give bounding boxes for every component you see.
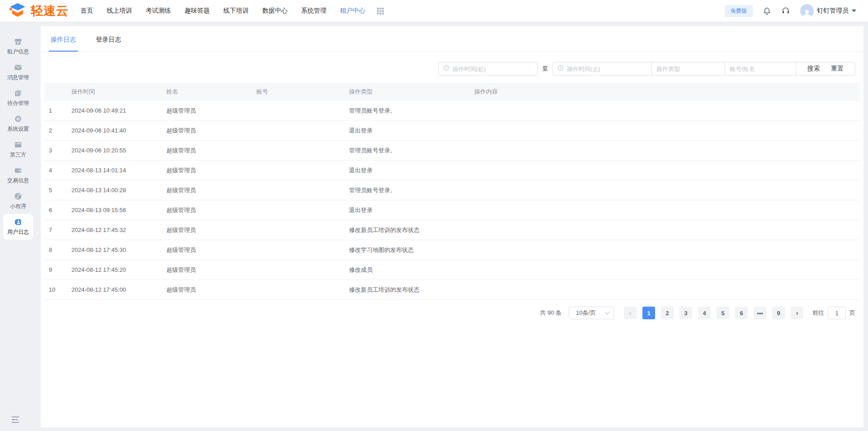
search-button[interactable]: 搜索 [807, 65, 820, 73]
gear-icon [14, 115, 22, 123]
user-menu[interactable]: 钉钉管理员 [800, 4, 856, 18]
nav-item-tenant-center[interactable]: 租户中心 [340, 7, 365, 15]
page-button-5[interactable]: 5 [717, 307, 729, 319]
row-index: 7 [44, 227, 67, 233]
date-range-separator: 至 [542, 65, 548, 73]
prev-page-button[interactable]: ‹ [624, 307, 637, 319]
sidebar-item-label: 小程序 [10, 203, 26, 210]
support-headset-icon[interactable] [781, 6, 790, 15]
row-time: 2024-08-13 14:01:14 [67, 167, 162, 174]
nav-item-data-center[interactable]: 数据中心 [262, 7, 288, 15]
sidebar-item-system-settings[interactable]: 系统设置 [3, 111, 33, 137]
sidebar-item-label: 系统设置 [7, 125, 29, 133]
row-index: 8 [44, 246, 67, 253]
operation-type-field[interactable] [656, 66, 720, 72]
nav-item-fun-quiz[interactable]: 趣味答题 [184, 7, 210, 15]
row-type: 退出登录 [344, 166, 470, 175]
row-index: 9 [44, 266, 67, 273]
row-index: 5 [44, 187, 67, 194]
goto-page-input[interactable] [828, 307, 846, 319]
apps-grid-icon[interactable] [377, 8, 384, 14]
sidebar-item-label: 用户日志 [7, 228, 29, 236]
table-row: 6 2024-08-13 09:15:56 超级管理员 退出登录 [44, 200, 860, 220]
user-log-icon [14, 218, 22, 226]
tab-login-log[interactable]: 登录日志 [96, 36, 121, 52]
next-arrow-icon: › [796, 309, 798, 317]
sidebar-item-transaction-info[interactable]: 交易信息 [3, 162, 33, 188]
account-name-input[interactable] [725, 62, 796, 76]
logo-text: 轻速云 [31, 3, 69, 19]
tab-operation-log[interactable]: 操作日志 [51, 36, 76, 52]
prev-arrow-icon: ‹ [629, 309, 632, 317]
row-type: 管理员账号登录。 [344, 107, 470, 115]
page-button-9[interactable]: 9 [772, 307, 785, 319]
end-time-input[interactable] [552, 62, 652, 76]
sidebar-item-user-log[interactable]: 用户日志 [3, 214, 33, 240]
mail-icon [14, 63, 22, 71]
row-index: 6 [44, 207, 67, 213]
chevron-down-icon [605, 312, 610, 315]
table-row: 10 2024-08-12 17:45:00 超级管理员 修改新员工培训的发布状… [44, 280, 860, 300]
nav-item-online-training[interactable]: 线上培训 [107, 7, 132, 15]
page-button-4[interactable]: 4 [698, 307, 711, 319]
user-name: 钉钉管理员 [817, 7, 849, 15]
top-header: 轻速云 首页 线上培训 考试测练 趣味答题 线下培训 数据中心 系统管理 租户中… [0, 0, 868, 22]
header-right: 免费版 钉钉管理员 [725, 4, 856, 18]
sidebar-item-label: 第三方 [10, 151, 26, 159]
row-index: 2 [44, 127, 67, 134]
row-type: 管理员账号登录。 [344, 186, 470, 194]
table-row: 7 2024-08-12 17:45:32 超级管理员 修改新员工培训的发布状态 [44, 220, 860, 240]
nav-item-exam-practice[interactable]: 考试测练 [146, 7, 171, 15]
nav-item-home[interactable]: 首页 [80, 7, 93, 15]
start-time-field[interactable] [453, 66, 533, 72]
col-operation-time: 操作时间 [67, 88, 162, 96]
row-time: 2024-08-12 17:45:32 [67, 227, 162, 233]
filter-actions: 搜索 重置 [796, 62, 855, 76]
sidebar-item-label: 待办管理 [7, 99, 29, 107]
sidebar-item-label: 交易信息 [7, 177, 29, 185]
sidebar-item-mini-program[interactable]: 小程序 [3, 188, 33, 214]
page-button-2[interactable]: 2 [661, 307, 674, 319]
pagination: 共 90 条 10条/页 ‹ 1 2 3 4 5 6 ••• 9 › 前往 页 [49, 307, 855, 319]
row-time: 2024-08-12 17:45:30 [67, 246, 162, 253]
row-name: 超级管理员 [162, 107, 252, 115]
filter-bar: 至 搜索 重置 [49, 62, 855, 76]
page-button-6[interactable]: 6 [735, 307, 748, 319]
page-button-1[interactable]: 1 [642, 307, 655, 319]
more-pages-button[interactable]: ••• [754, 307, 766, 319]
nav-item-system-management[interactable]: 系统管理 [301, 7, 326, 15]
row-name: 超级管理员 [162, 147, 252, 155]
page-size-select[interactable]: 10条/页 [569, 307, 614, 319]
start-time-input[interactable] [438, 62, 538, 76]
col-account: 账号 [252, 88, 344, 96]
row-index: 1 [44, 107, 67, 114]
page-button-3[interactable]: 3 [679, 307, 692, 319]
row-time: 2024-08-12 17:45:20 [67, 266, 162, 273]
sidebar-item-third-party[interactable]: 第三方 [3, 137, 33, 162]
table-row: 2 2024-09-06 10:41:40 超级管理员 退出登录 [44, 121, 860, 141]
table-row: 9 2024-08-12 17:45:20 超级管理员 修改成员 [44, 260, 860, 280]
collapse-sidebar-icon[interactable] [11, 416, 20, 424]
next-page-button[interactable]: › [791, 307, 803, 319]
free-version-badge[interactable]: 免费版 [725, 5, 753, 17]
reset-button[interactable]: 重置 [831, 65, 844, 73]
table-row: 8 2024-08-12 17:45:30 超级管理员 修改学习地图的发布状态 [44, 240, 860, 260]
browser-icon [14, 141, 22, 149]
row-name: 超级管理员 [162, 166, 252, 175]
wallet-icon [14, 166, 22, 175]
sidebar-item-tenant-info[interactable]: 租户信息 [3, 33, 33, 59]
page-size-value: 10条/页 [576, 309, 596, 317]
sidebar-item-message-management[interactable]: 消息管理 [3, 59, 33, 85]
operation-log-table: 操作时间 姓名 账号 操作类型 操作内容 1 2024-09-06 10:49:… [44, 83, 860, 300]
end-time-field[interactable] [567, 66, 647, 72]
operation-type-input[interactable] [651, 62, 725, 76]
notification-bell-icon[interactable] [763, 7, 771, 15]
account-name-field[interactable] [730, 66, 791, 72]
row-type: 退出登录 [344, 206, 470, 214]
nav-item-offline-training[interactable]: 线下培训 [223, 7, 249, 15]
app-logo[interactable]: 轻速云 [8, 1, 69, 20]
total-count: 共 90 条 [540, 309, 561, 317]
row-time: 2024-09-06 10:49:21 [67, 107, 162, 114]
sidebar-item-todo-management[interactable]: 待办管理 [3, 85, 33, 111]
sidebar-item-label: 消息管理 [7, 74, 29, 81]
